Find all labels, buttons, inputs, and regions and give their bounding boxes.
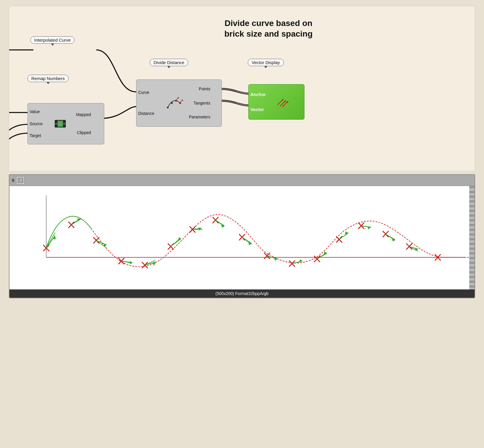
viewport-toolbar: S: [9, 175, 475, 186]
viewport-status-bar: (500x200) Format32bppArgb: [9, 289, 475, 298]
remap-numbers-label: Remap Numbers: [27, 75, 69, 82]
vector-vector-port: Vector: [250, 106, 270, 113]
divide-inputs: Curve Distance: [136, 80, 163, 126]
divide-icon-area: [163, 80, 185, 126]
svg-rect-3: [63, 120, 66, 123]
viewport-canvas: [9, 186, 475, 298]
divide-distance-port: Distance: [138, 110, 161, 117]
svg-rect-25: [9, 186, 475, 298]
remap-target-port: Target: [30, 132, 50, 139]
viewport-s-label: S: [12, 178, 14, 183]
vector-icon-area: [272, 84, 292, 119]
svg-point-8: [167, 107, 169, 108]
viewport-zigzag: [469, 186, 475, 298]
viewport-status-text: (500x200) Format32bppArgb: [216, 291, 269, 296]
svg-rect-1: [55, 120, 57, 123]
divide-distance-node[interactable]: Curve Distance Points Tangents: [136, 79, 222, 127]
image-icon: [17, 177, 23, 183]
vector-display-label: Vector Display: [248, 59, 284, 66]
divide-curve-port: Curve: [138, 89, 161, 96]
remap-outputs: Mapped Clipped: [69, 103, 93, 144]
vector-inputs: Anchor Vector: [249, 84, 272, 119]
vector-anchor-port: Anchor: [250, 91, 270, 98]
remap-inputs: Value Source Target: [28, 103, 51, 144]
toolbar-image-button[interactable]: [16, 176, 25, 185]
remap-icon-area: [51, 103, 69, 144]
svg-point-9: [171, 102, 173, 104]
grasshopper-canvas: Divide curve based on brick size and spa…: [9, 6, 475, 171]
vector-arrows-svg: [275, 95, 289, 109]
divide-points-port: Points: [187, 86, 210, 92]
svg-rect-4: [63, 125, 66, 127]
svg-marker-13: [177, 97, 179, 98]
vector-display-node[interactable]: Anchor Vector: [248, 84, 304, 120]
divide-parameters-port: Parameters: [187, 114, 210, 120]
svg-point-24: [19, 179, 20, 180]
remap-mapped-port: Mapped: [71, 111, 91, 118]
remap-icon-svg: [54, 117, 67, 130]
divide-icon-svg: [165, 94, 183, 112]
curve-display-svg: [9, 186, 475, 298]
svg-rect-5: [58, 121, 63, 126]
divide-outputs: Points Tangents Parameters: [185, 80, 212, 126]
divide-tangents-port: Tangents: [187, 100, 210, 106]
canvas-title: Divide curve based on brick size and spa…: [224, 18, 313, 40]
divide-distance-label: Divide Distance: [150, 59, 188, 66]
interpolated-curve-label: Interpolated Curve: [30, 36, 74, 44]
remap-source-port: Source: [30, 120, 50, 127]
svg-rect-2: [55, 125, 57, 127]
remap-value-port: Value: [30, 108, 50, 115]
remap-numbers-node[interactable]: Value Source Target Mapped Clipped: [27, 103, 104, 144]
viewport-window: S: [9, 174, 475, 298]
remap-clipped-port: Clipped: [71, 129, 91, 136]
